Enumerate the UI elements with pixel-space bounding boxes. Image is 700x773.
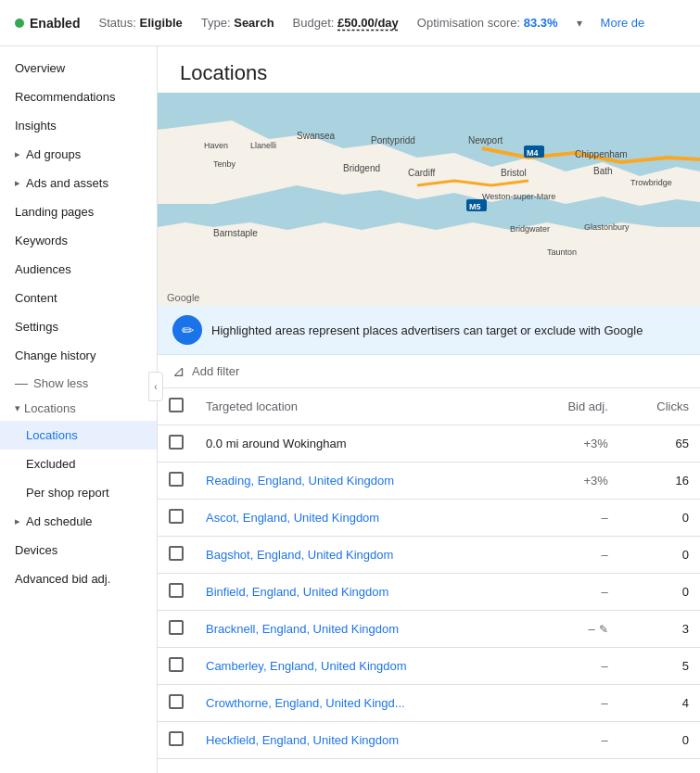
opt-dropdown-icon[interactable]: ▾ bbox=[577, 17, 582, 30]
budget-label: Budget: bbox=[293, 16, 335, 30]
row-checkbox-7 bbox=[158, 685, 195, 722]
add-filter-button[interactable]: Add filter bbox=[192, 364, 239, 378]
location-link-2[interactable]: Ascot, England, United Kingdom bbox=[206, 511, 379, 525]
svg-text:Tenby: Tenby bbox=[213, 159, 236, 169]
checkbox-6[interactable] bbox=[169, 657, 184, 672]
svg-text:Weston-super-Mare: Weston-super-Mare bbox=[482, 192, 555, 201]
show-less-divider[interactable]: — Show less bbox=[0, 370, 157, 396]
bid-adj-cell-8: – bbox=[527, 722, 619, 759]
sidebar-item-overview-label: Overview bbox=[15, 61, 65, 75]
sidebar-item-advanced-bid[interactable]: Advanced bid adj. bbox=[0, 564, 157, 593]
location-link-1[interactable]: Reading, England, United Kingdom bbox=[206, 474, 394, 488]
bid-adj-cell-6: – bbox=[527, 648, 619, 685]
sidebar-item-ad-schedule-label: Ad schedule bbox=[26, 514, 93, 528]
sidebar-item-ad-groups[interactable]: ▸ Ad groups bbox=[0, 140, 157, 169]
svg-text:Trowbridge: Trowbridge bbox=[630, 178, 672, 187]
locations-table: Targeted location Bid adj. Clicks 0.0 mi… bbox=[158, 388, 700, 759]
sidebar-item-landing-pages-label: Landing pages bbox=[15, 205, 94, 219]
sidebar-item-keywords[interactable]: Keywords bbox=[0, 226, 157, 255]
checkbox-7[interactable] bbox=[169, 694, 184, 709]
edit-icon-5[interactable]: ✎ bbox=[599, 623, 608, 636]
svg-text:Taunton: Taunton bbox=[547, 247, 577, 257]
location-link-5[interactable]: Bracknell, England, United Kingdom bbox=[206, 622, 399, 636]
table-row: Ascot, England, United Kingdom–0 bbox=[158, 500, 700, 537]
filter-icon: ⊿ bbox=[172, 362, 185, 380]
svg-text:Chippenham: Chippenham bbox=[575, 149, 628, 159]
type-item: Type: Search bbox=[201, 16, 274, 30]
svg-text:Glastonbury: Glastonbury bbox=[584, 222, 630, 232]
row-checkbox-2 bbox=[158, 500, 195, 537]
sidebar-item-audiences[interactable]: Audiences bbox=[0, 255, 157, 284]
sidebar-item-insights[interactable]: Insights bbox=[0, 111, 157, 140]
header-targeted-location: Targeted location bbox=[195, 388, 527, 425]
row-checkbox-6 bbox=[158, 648, 195, 685]
bid-adj-cell-0: +3% bbox=[527, 425, 619, 463]
location-link-3[interactable]: Bagshot, England, United Kingdom bbox=[206, 548, 393, 562]
sidebar-item-landing-pages[interactable]: Landing pages bbox=[0, 197, 157, 226]
sidebar-collapse-button[interactable]: ‹ bbox=[148, 372, 163, 401]
map-container: Swansea Pontypridd Newport Cardiff Brist… bbox=[158, 93, 700, 306]
edit-info-icon[interactable]: ✏ bbox=[172, 315, 202, 345]
svg-text:M4: M4 bbox=[527, 148, 539, 158]
sidebar-item-ad-schedule[interactable]: ▸ Ad schedule bbox=[0, 507, 157, 536]
sidebar-item-content[interactable]: Content bbox=[0, 284, 157, 312]
bid-adj-cell-3: – bbox=[527, 537, 619, 574]
table-row: Camberley, England, United Kingdom–5 bbox=[158, 648, 700, 685]
row-checkbox-8 bbox=[158, 722, 195, 759]
sidebar-item-recommendations[interactable]: Recommendations bbox=[0, 82, 157, 111]
location-cell-6: Camberley, England, United Kingdom bbox=[195, 648, 527, 685]
sidebar-item-change-history[interactable]: Change history bbox=[0, 341, 157, 370]
location-link-6[interactable]: Camberley, England, United Kingdom bbox=[206, 659, 407, 673]
page-title: Locations bbox=[158, 46, 700, 93]
bid-adj-cell-2: – bbox=[527, 500, 619, 537]
location-link-4[interactable]: Binfield, England, United Kingdom bbox=[206, 585, 388, 599]
location-link-7[interactable]: Crowthorne, England, United Kingd... bbox=[206, 696, 405, 710]
svg-text:M5: M5 bbox=[469, 202, 481, 211]
sidebar-item-overview[interactable]: Overview bbox=[0, 54, 157, 82]
locations-expand-icon: ▾ bbox=[15, 402, 20, 414]
sidebar-item-ad-groups-label: Ad groups bbox=[26, 147, 81, 161]
budget-item: Budget: £50.00/day bbox=[293, 16, 399, 30]
table-row: Bagshot, England, United Kingdom–0 bbox=[158, 537, 700, 574]
svg-text:Newport: Newport bbox=[468, 135, 503, 146]
location-cell-7: Crowthorne, England, United Kingd... bbox=[195, 685, 527, 722]
row-checkbox-5 bbox=[158, 611, 195, 648]
sidebar-item-per-shop-report[interactable]: Per shop report bbox=[0, 478, 157, 507]
budget-value: £50.00/day bbox=[337, 16, 399, 30]
enabled-dot bbox=[15, 19, 24, 28]
sidebar-item-excluded[interactable]: Excluded bbox=[0, 450, 157, 478]
clicks-cell-6: 5 bbox=[619, 648, 700, 685]
sidebar-item-devices[interactable]: Devices bbox=[0, 536, 157, 564]
sidebar-item-settings[interactable]: Settings bbox=[0, 312, 157, 341]
checkbox-2[interactable] bbox=[169, 509, 184, 524]
sidebar-item-locations-label: Locations bbox=[26, 428, 78, 442]
sidebar-item-change-history-label: Change history bbox=[15, 348, 95, 362]
checkbox-1[interactable] bbox=[169, 472, 184, 487]
checkbox-0[interactable] bbox=[169, 435, 184, 450]
bid-adj-cell-5: –✎ bbox=[527, 611, 619, 648]
show-less-label: Show less bbox=[33, 376, 88, 390]
clicks-cell-7: 4 bbox=[619, 685, 700, 722]
table-body: 0.0 mi around Wokingham+3%65Reading, Eng… bbox=[158, 425, 700, 759]
table-row: Reading, England, United Kingdom+3%16 bbox=[158, 463, 700, 500]
location-link-8[interactable]: Heckfield, England, United Kingdom bbox=[206, 733, 399, 747]
svg-text:Llanelli: Llanelli bbox=[250, 141, 276, 150]
info-bar-text: Highlighted areas represent places adver… bbox=[211, 323, 643, 337]
location-cell-3: Bagshot, England, United Kingdom bbox=[195, 537, 527, 574]
opt-label: Optimisation score: bbox=[417, 16, 520, 30]
header-checkbox[interactable] bbox=[169, 398, 184, 412]
checkbox-3[interactable] bbox=[169, 546, 184, 561]
more-details-link[interactable]: More de bbox=[601, 16, 645, 30]
row-checkbox-1 bbox=[158, 463, 195, 500]
checkbox-8[interactable] bbox=[169, 731, 184, 746]
checkbox-5[interactable] bbox=[169, 620, 184, 635]
checkbox-4[interactable] bbox=[169, 583, 184, 598]
opt-score-item: Optimisation score: 83.3% bbox=[417, 16, 558, 30]
clicks-cell-8: 0 bbox=[619, 722, 700, 759]
locations-section-header[interactable]: ▾ Locations bbox=[0, 396, 157, 421]
location-cell-2: Ascot, England, United Kingdom bbox=[195, 500, 527, 537]
content-area: Locations Swansea Pontypridd New bbox=[158, 46, 700, 773]
sidebar-item-locations[interactable]: Locations bbox=[0, 421, 157, 450]
sidebar-item-ads-and-assets[interactable]: ▸ Ads and assets bbox=[0, 169, 157, 197]
svg-text:Haven: Haven bbox=[204, 141, 228, 150]
